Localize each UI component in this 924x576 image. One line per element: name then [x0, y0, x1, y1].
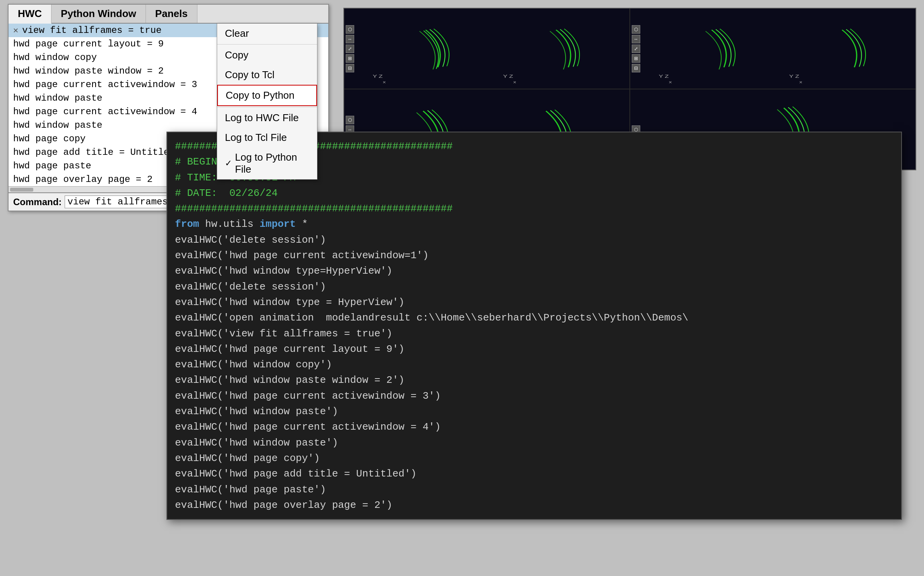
- menu-separator: [217, 44, 317, 45]
- hash-line-2: ########################################…: [175, 201, 893, 216]
- viewport-btn[interactable]: ⊞: [346, 54, 354, 63]
- model-svg-1: Y Z x Y Z x: [344, 9, 629, 89]
- menu-item-label: Log to Python File: [235, 151, 309, 175]
- menu-item-label: Copy to Python: [226, 89, 295, 101]
- row-text: hwd window copy: [13, 52, 97, 63]
- tab-panels[interactable]: Panels: [146, 5, 197, 23]
- row-text: hwd page overlay page = 2: [13, 174, 153, 185]
- menu-separator-2: [217, 107, 317, 107]
- menu-item-label: Copy to Tcl: [225, 69, 274, 81]
- viewport-btn[interactable]: ⊟: [346, 64, 354, 72]
- viewport-toolbar-2: ⬡ ↔ ⤢ ⊞ ⊟: [632, 25, 640, 72]
- row-text: hwd page current layout = 9: [13, 39, 164, 49]
- viewport-panel-2[interactable]: ⬡ ↔ ⤢ ⊞ ⊟ 1: c:\Home\seberhard\...\aerob…: [630, 9, 915, 89]
- menu-item-label: Copy: [225, 49, 249, 61]
- svg-text:Y Z: Y Z: [789, 74, 799, 79]
- tab-python-window[interactable]: Python Window: [51, 5, 146, 23]
- code-line-2: evalHWC('hwd page current activewindow=1…: [175, 248, 893, 263]
- code-line-3: evalHWC('hwd window type=HyperView'): [175, 263, 893, 279]
- svg-text:Y Z: Y Z: [373, 74, 383, 79]
- code-line-18: evalHWC('hwd page overlay page = 2'): [175, 497, 893, 513]
- viewport-btn[interactable]: ⬡: [346, 25, 354, 34]
- viewport-panel-1[interactable]: ⬡ ↔ ⤢ ⊞ ⊟ 1: c:\Home\seberhard\Projects\…: [344, 9, 629, 89]
- code-line-15: evalHWC('hwd page copy'): [175, 451, 893, 466]
- code-line-6: evalHWC('open animation modelandresult c…: [175, 310, 893, 326]
- row-text: hwd page paste: [13, 161, 91, 171]
- viewport-btn[interactable]: ⤢: [632, 45, 640, 53]
- menu-item-clear[interactable]: Clear: [217, 24, 317, 43]
- viewport-btn[interactable]: ⬡: [632, 25, 640, 34]
- tab-hwc[interactable]: HWC: [9, 5, 51, 24]
- menu-item-log-hwc[interactable]: Log to HWC File: [217, 108, 317, 128]
- code-line-14: evalHWC('hwd window paste'): [175, 435, 893, 451]
- svg-text:Y Z: Y Z: [659, 74, 669, 79]
- menu-item-log-python[interactable]: ✓ Log to Python File: [217, 147, 317, 179]
- code-line-9: evalHWC('hwd window copy'): [175, 357, 893, 372]
- code-line-7: evalHWC('view fit allframes = true'): [175, 326, 893, 341]
- code-line-16: evalHWC('hwd page add title = Untitled'): [175, 466, 893, 482]
- python-log-popup: ########################################…: [166, 132, 902, 520]
- context-menu: Clear Copy Copy to Tcl Copy to Python Lo…: [217, 23, 317, 180]
- svg-rect-0: [344, 9, 629, 89]
- row-text: hwd page current activewindow = 3: [13, 79, 197, 90]
- viewport-btn[interactable]: ⊟: [632, 64, 640, 72]
- row-text: hwd page add title = Untitled: [13, 147, 175, 158]
- menu-item-copy[interactable]: Copy: [217, 45, 317, 65]
- scrollbar-thumb[interactable]: [10, 188, 33, 192]
- menu-item-copy-python[interactable]: Copy to Python: [217, 85, 317, 106]
- code-line-1: evalHWC('delete session'): [175, 232, 893, 248]
- code-line-11: evalHWC('hwd page current activewindow =…: [175, 388, 893, 404]
- row-text: hwd window paste: [13, 120, 102, 130]
- checkmark-icon: ✓: [225, 158, 232, 168]
- svg-text:x: x: [513, 80, 516, 84]
- python-log-content: ########################################…: [167, 132, 901, 519]
- model-svg-2: Y Z x Y Z x: [630, 9, 915, 89]
- code-line-10: evalHWC('hwd window paste window = 2'): [175, 372, 893, 388]
- row-text: hwd window paste window = 2: [13, 66, 164, 76]
- viewport-btn[interactable]: ⬡: [346, 116, 354, 124]
- menu-item-copy-tcl[interactable]: Copy to Tcl: [217, 65, 317, 85]
- menu-item-label: Log to HWC File: [225, 112, 299, 124]
- code-line-17: evalHWC('hwd page paste'): [175, 482, 893, 497]
- command-label: Command:: [13, 197, 62, 207]
- row-text: view fit allframes = true: [22, 25, 161, 36]
- viewport-toolbar-1: ⬡ ↔ ⤢ ⊞ ⊟: [346, 25, 354, 72]
- svg-text:x: x: [669, 80, 672, 84]
- row-text: hwd window paste: [13, 93, 102, 103]
- code-line-4: evalHWC('delete session'): [175, 279, 893, 295]
- import-line: from hw.utils import *: [175, 216, 893, 232]
- tab-bar: HWC Python Window Panels: [9, 5, 328, 24]
- svg-text:x: x: [383, 80, 386, 84]
- svg-text:Y Z: Y Z: [503, 74, 513, 79]
- row-text: hwd page current activewindow = 4: [13, 106, 197, 117]
- svg-rect-5: [630, 9, 915, 89]
- date-line: # DATE: 02/26/24: [175, 185, 893, 201]
- row-text: hwd page copy: [13, 134, 86, 144]
- viewport-btn[interactable]: ↔: [632, 35, 640, 43]
- viewport-btn[interactable]: ⤢: [346, 45, 354, 53]
- code-line-8: evalHWC('hwd page current layout = 9'): [175, 341, 893, 357]
- svg-text:x: x: [799, 80, 802, 84]
- code-line-5: evalHWC('hwd window type = HyperView'): [175, 295, 893, 310]
- menu-item-label: Log to Tcl File: [225, 132, 287, 144]
- menu-item-log-tcl[interactable]: Log to Tcl File: [217, 128, 317, 147]
- close-icon[interactable]: ✕: [13, 25, 18, 36]
- viewport-btn[interactable]: ↔: [346, 35, 354, 43]
- menu-item-label: Clear: [225, 27, 249, 39]
- code-line-12: evalHWC('hwd window paste'): [175, 404, 893, 419]
- code-line-13: evalHWC('hwd page current activewindow =…: [175, 419, 893, 435]
- viewport-btn[interactable]: ⊞: [632, 54, 640, 63]
